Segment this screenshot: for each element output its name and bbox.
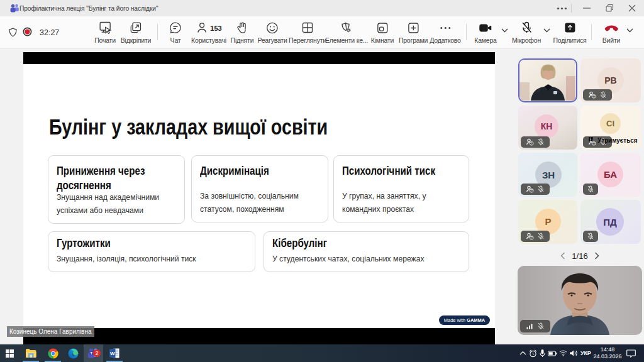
svg-text:?: ? <box>531 189 533 192</box>
svg-text:?: ? <box>593 94 595 98</box>
svg-text:?: ? <box>531 236 533 239</box>
svg-text:W: W <box>110 351 115 356</box>
